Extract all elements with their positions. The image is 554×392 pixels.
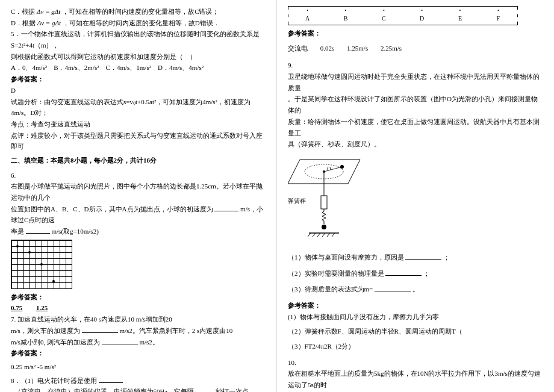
q5-answer: D	[11, 85, 266, 96]
apparatus-diagram: O	[288, 154, 372, 248]
q9-q1b: ；	[443, 254, 450, 261]
q9-line-a: 卫星绕地球做匀速圆周运动时处于完全失重状态，在这种环境中无法用天平称量物体的质量	[288, 71, 543, 93]
q6-line-b-wrap: 位置如图中的A、B、C、D所示，其中A点为抛出点，小球的初速度为 m/s，小球过…	[11, 204, 266, 226]
q5-stem-2: 则根据此函数式可以得到它运动的初速度和加速度分别是（ ）	[11, 51, 266, 63]
q6-line-b: 位置如图中的A、B、C、D所示，其中A点为抛出点，小球的初速度为	[11, 205, 213, 213]
q5-opt-d: D．4m/s、4m/s²	[158, 64, 204, 71]
svg-line-12	[317, 233, 320, 237]
right-column: •A •B •C •D •E •F 参考答案： 交流电 0.02s 1.25m/…	[277, 0, 554, 392]
q8-1a: 8．（1）电火花计时器是使用	[11, 377, 97, 384]
q9-q2a: （2）实验时需要测量的物理量是	[288, 270, 384, 277]
q8-1b: _（直流电，交流电）电源的仪器，电源的频率为50Hz，它每隔___ ___秒打一…	[11, 386, 266, 392]
option-d-prefix: D．根据	[11, 19, 36, 26]
option-d-tail: ，可知在相等的时间内速度的变化量相等，故D错误．	[63, 19, 220, 26]
svg-line-10	[308, 233, 311, 237]
tape-label-c: C	[365, 13, 403, 23]
q6-answers: 0.75 1.25	[11, 302, 266, 314]
q6-ans-1: 0.75	[11, 304, 22, 311]
tape-label-a: A	[288, 13, 326, 23]
q6-line-e: m/s(取g=10m/s2)	[52, 228, 99, 235]
svg-line-15	[332, 233, 335, 237]
blank-q7-1	[82, 326, 118, 333]
answer-label-2: 参考答案：	[11, 291, 266, 303]
q5-exp-2: 考点：考查匀变速直线运动	[11, 119, 266, 130]
q7-line-d: m/s减小到0, 则汽车的加速度为	[11, 338, 100, 346]
q5-exp-3: 点评：难度较小，对于该类型题只需要把关系式与匀变速直线运动的通式系数对号入座即可	[11, 130, 266, 152]
svg-line-13	[322, 233, 325, 237]
q8-answers: 交流电 0.02s 1.25m/s 2.25m/s	[288, 43, 543, 54]
q10-number: 10.	[288, 357, 543, 369]
q9-line-d: 具（弹簧秤、秒表、刻度尺）。	[288, 138, 543, 150]
option-c-prefix: C．根据	[11, 8, 35, 15]
blank-q9-1	[405, 252, 441, 260]
blank-q7-2	[102, 337, 138, 344]
q7-line-d-wrap: m/s减小到0, 则汽车的加速度为 m/s2。	[11, 337, 266, 348]
q9-line-b: 。于是某同学在这种环境设计了如图所示的装置（图中O为光滑的小孔）来间接测量物体的	[288, 93, 543, 116]
q9-number: 9.	[288, 60, 543, 71]
q8-ans-d: 2.25m/s	[381, 45, 402, 52]
q9-q2b: ；	[423, 270, 430, 277]
blank-q8-1	[99, 376, 123, 383]
svg-point-8	[322, 225, 326, 229]
option-c-line: C．根据 Δv = gΔt ，可知在相等的时间内速度的变化量相等，故C错误；	[11, 6, 266, 17]
option-c-tail: ，可知在相等的时间内速度的变化量相等，故C错误；	[62, 8, 219, 15]
q9-line-c: 质量：给待测物体一个初速度，使它在桌面上做匀速圆周运动。设航天器中具有基本测量工	[288, 116, 543, 138]
q8-ans-c: 1.25m/s	[347, 45, 368, 52]
q7-line-b: m/s，则火车的加速度为	[11, 327, 80, 334]
q7-line-e: m/s2。	[139, 338, 158, 346]
left-column: C．根据 Δv = gΔt ，可知在相等的时间内速度的变化量相等，故C错误； D…	[0, 0, 277, 392]
answer-label-3: 参考答案：	[11, 347, 266, 359]
paper-tape-diagram: •A •B •C •D •E •F	[288, 6, 518, 25]
svg-rect-7	[321, 196, 327, 209]
q9-q2: （2）实验时需要测量的物理量是 ；	[288, 268, 543, 279]
option-d-line: D．根据 Δv = gΔt ，可知在相等的时间内速度的变化量相等，故D错误．	[11, 17, 266, 29]
spring-scale-label: 弹簧秤	[288, 196, 306, 206]
q9-ans-a: (1）物体与接触面间几乎没有压力，摩擦力几乎为零	[288, 311, 543, 323]
q8-ans-b: 0.02s	[320, 45, 335, 52]
q6-line-d-wrap: 率是 m/s(取g=10m/s2)	[11, 226, 266, 237]
flash-photo-grid	[11, 240, 72, 289]
q9-q3: （3）待测质量的表达式为m= 。	[288, 284, 543, 295]
answer-label-1: 参考答案：	[11, 73, 266, 85]
q6-ans-2: 1.25	[36, 304, 48, 311]
q9-ans-c: （3）FT2/4π2R（2分）	[288, 341, 543, 352]
answer-label-4: 参考答案：	[288, 28, 543, 39]
tape-label-d: D	[403, 13, 441, 23]
q5-opt-c: C．4m/s、1m/s²	[106, 64, 151, 71]
q7-line-c: m/s2。汽车紧急刹车时，2 s内速度由10	[119, 327, 232, 334]
q6-line-a: 右图是小球做平抛运动的闪光照片，图中每个小方格的边长都是1.25cm。若小球在平…	[11, 181, 266, 203]
q6-line-d: 率是	[11, 228, 24, 235]
q5-exp-1: 试题分析：由匀变速直线运动的表达式s=v₀t+0.5at²，可知加速度为4m/s…	[11, 96, 266, 119]
tape-label-f: F	[479, 13, 517, 23]
tape-label-b: B	[326, 13, 364, 23]
q7-line-b-wrap: m/s，则火车的加速度为 m/s2。汽车紧急刹车时，2 s内速度由10	[11, 325, 266, 337]
tape-label-e: E	[441, 13, 479, 23]
formula-d: Δv = gΔt	[37, 17, 61, 29]
q5-opt-b: B．4m/s、2m/s²	[54, 64, 99, 71]
q9-q3b: 。	[412, 285, 419, 293]
section-2-heading: 二、填空题：本题共8小题，每小题2分，共计16分	[11, 155, 266, 166]
q9-q1: （1）物体与桌面间没有摩擦力，原因是 ；	[288, 252, 543, 263]
svg-line-14	[327, 233, 330, 237]
formula-c: Δv = gΔt	[37, 6, 60, 17]
q5-options: A．0、4m/s² B．4m/s、2m/s² C．4m/s、1m/s² D．4m…	[11, 62, 266, 73]
q7-line-a: 7. 加速直线运动的火车，在40 s内速度从10 m/s增加到20	[11, 314, 266, 325]
q5-opt-a: A．0、4m/s²	[11, 64, 47, 71]
q9-q1a: （1）物体与桌面间没有摩擦力，原因是	[288, 254, 404, 261]
q9-ans-b: （2）弹簧秤示数F、圆周运动的半径R、圆周运动的周期T（	[288, 326, 543, 337]
q8-ans-a: 交流电	[288, 45, 308, 52]
q10-line-a: 放在粗糙水平地面上的质量为5kg的物体，在10N的水平拉力作用下，以3m/s的速…	[288, 368, 543, 390]
q7-answer: 0.25 m/s² -5 m/s²	[11, 361, 266, 373]
answer-label-5: 参考答案：	[288, 300, 543, 311]
blank-q6-1	[214, 204, 238, 211]
blank-q6-2	[26, 226, 50, 234]
svg-line-11	[313, 233, 316, 237]
q8-1-wrap: 8．（1）电火花计时器是使用	[11, 375, 266, 387]
blank-q9-3	[375, 284, 411, 291]
q5-stem-1: 5．一个物体作直线运动，计算机扫描仪输出的该物体的位移随时间变化的函数关系是S=…	[11, 28, 266, 51]
q6-number: 6.	[11, 170, 266, 181]
q9-q3a: （3）待测质量的表达式为m=	[288, 285, 373, 293]
blank-q9-2	[385, 269, 422, 276]
